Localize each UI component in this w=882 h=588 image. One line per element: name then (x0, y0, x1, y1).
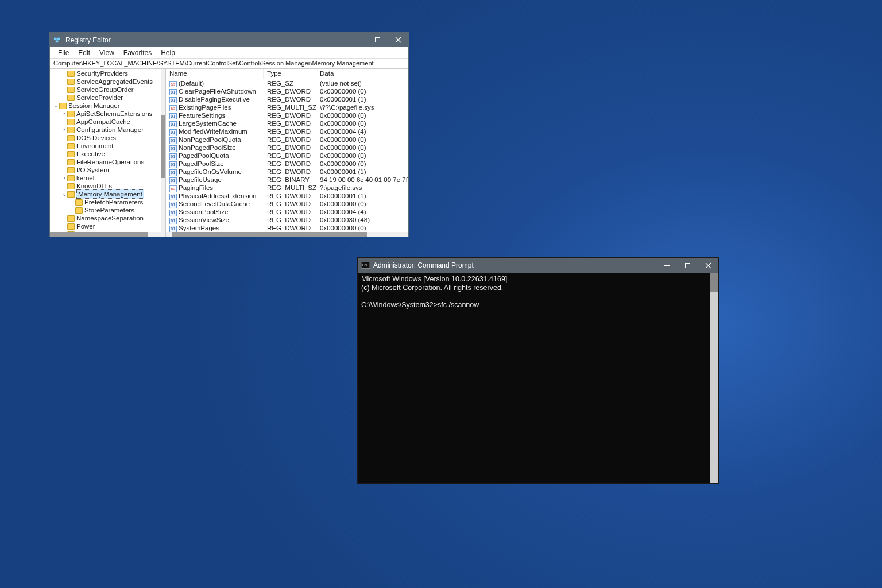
tree-item[interactable]: ServiceAggregatedEvents (50, 78, 165, 86)
registry-value-row[interactable]: SessionViewSizeREG_DWORD0x00000030 (48) (166, 216, 408, 224)
tree-item[interactable]: ›kernel (50, 174, 165, 182)
registry-value-row[interactable]: (Default)REG_SZ(value not set) (166, 79, 408, 87)
tree-item-label: kernel (76, 174, 94, 182)
tree-item[interactable]: ›ApiSetSchemaExtensions (50, 110, 165, 118)
values-horizontal-scrollbar[interactable] (166, 232, 408, 237)
registry-value-row[interactable]: PagedPoolSizeREG_DWORD0x00000000 (0) (166, 160, 408, 168)
column-type[interactable]: Type (264, 69, 316, 79)
value-data: 0x00000000 (0) (316, 200, 408, 208)
value-data: 0x00000000 (0) (316, 224, 408, 232)
registry-value-row[interactable]: FeatureSettingsREG_DWORD0x00000000 (0) (166, 111, 408, 119)
tree-item-label: SecurityProviders (76, 69, 128, 78)
tree-item[interactable]: FileRenameOperations (50, 158, 165, 166)
value-name: SessionPoolSize (166, 208, 264, 216)
value-name: PagedPoolQuota (166, 152, 264, 160)
binary-value-icon (169, 113, 177, 119)
tree-item[interactable]: ServiceGroupOrder (50, 86, 165, 94)
maximize-button[interactable] (677, 258, 698, 273)
folder-icon (67, 223, 75, 230)
value-type: REG_BINARY (264, 176, 316, 184)
folder-icon (67, 175, 75, 181)
menu-help[interactable]: Help (156, 49, 180, 57)
tree-item[interactable]: ›Configuration Manager (50, 126, 165, 134)
minimize-button[interactable] (656, 258, 677, 273)
tree-item[interactable]: KnownDLLs (50, 182, 165, 190)
minimize-button[interactable] (346, 33, 367, 47)
cmd-vertical-scrollbar[interactable] (710, 273, 718, 483)
value-type: REG_DWORD (264, 152, 316, 160)
close-button[interactable] (388, 33, 408, 47)
tree-item[interactable]: I/O System (50, 166, 165, 174)
registry-value-row[interactable]: PagedPoolQuotaREG_DWORD0x00000000 (0) (166, 152, 408, 160)
folder-icon (67, 111, 75, 117)
tree-item[interactable]: DOS Devices (50, 134, 165, 142)
tree-item[interactable]: Power (50, 222, 165, 230)
menu-view[interactable]: View (95, 49, 119, 57)
cmd-titlebar[interactable]: C:\ Administrator: Command Prompt (358, 258, 718, 273)
expand-icon[interactable]: › (61, 174, 67, 182)
folder-icon (75, 207, 83, 214)
regedit-tree-panel[interactable]: SecurityProvidersServiceAggregatedEvents… (50, 69, 166, 237)
tree-item-label: DOS Devices (76, 134, 116, 142)
registry-value-row[interactable]: NonPagedPoolSizeREG_DWORD0x00000000 (0) (166, 144, 408, 152)
menu-edit[interactable]: Edit (74, 49, 95, 57)
value-data: 0x00000030 (48) (316, 216, 408, 224)
expand-icon[interactable]: › (61, 126, 67, 134)
value-data: 94 19 00 00 6c 40 01 00 7e 7f 01 00 (316, 176, 408, 184)
svg-text:C:\: C:\ (362, 263, 368, 267)
tree-item[interactable]: NamespaceSeparation (50, 214, 165, 222)
value-name: FeatureSettings (166, 111, 264, 119)
column-name[interactable]: Name (166, 69, 264, 79)
tree-item[interactable]: StoreParameters (50, 206, 165, 214)
registry-value-row[interactable]: ModifiedWriteMaximumREG_DWORD0x00000004 … (166, 127, 408, 136)
tree-item[interactable]: ⌄Memory Management (50, 190, 165, 198)
regedit-values-panel[interactable]: Name Type Data (Default)REG_SZ(value not… (166, 69, 408, 237)
tree-horizontal-scrollbar[interactable] (50, 232, 165, 237)
tree-item[interactable]: PrefetchParameters (50, 198, 165, 206)
close-button[interactable] (698, 258, 718, 273)
expand-icon[interactable]: › (61, 110, 67, 118)
maximize-button[interactable] (367, 33, 388, 47)
value-name: ClearPageFileAtShutdown (166, 87, 264, 95)
registry-value-row[interactable]: SessionPoolSizeREG_DWORD0x00000004 (4) (166, 208, 408, 216)
registry-value-row[interactable]: PagefileOnOsVolumeREG_DWORD0x00000001 (1… (166, 168, 408, 176)
regedit-address-bar[interactable]: Computer\HKEY_LOCAL_MACHINE\SYSTEM\Curre… (50, 59, 408, 69)
folder-icon (59, 103, 67, 109)
registry-value-row[interactable]: SystemPagesREG_DWORD0x00000000 (0) (166, 224, 408, 232)
registry-value-row[interactable]: PhysicalAddressExtensionREG_DWORD0x00000… (166, 192, 408, 200)
value-name: PagingFiles (166, 184, 264, 192)
cmd-terminal-body[interactable]: Microsoft Windows [Version 10.0.22631.41… (358, 273, 718, 483)
tree-vertical-scrollbar[interactable] (161, 69, 165, 232)
expand-icon[interactable]: ⌄ (53, 102, 59, 110)
registry-value-row[interactable]: ExistingPageFilesREG_MULTI_SZ\??\C:\page… (166, 103, 408, 111)
expand-icon[interactable]: ⌄ (61, 190, 67, 198)
binary-value-icon (169, 153, 177, 160)
tree-item-label: Session Manager (68, 102, 120, 110)
value-name: PhysicalAddressExtension (166, 192, 264, 200)
registry-value-row[interactable]: DisablePagingExecutiveREG_DWORD0x0000000… (166, 95, 408, 103)
tree-item-label: FileRenameOperations (76, 158, 144, 166)
regedit-titlebar[interactable]: Registry Editor (50, 33, 408, 47)
registry-value-row[interactable]: SecondLevelDataCacheREG_DWORD0x00000000 … (166, 200, 408, 208)
tree-item[interactable]: ⌄Session Manager (50, 102, 165, 110)
binary-value-icon (169, 145, 177, 152)
tree-item[interactable]: SecurityProviders (50, 69, 165, 78)
tree-item[interactable]: Executive (50, 150, 165, 158)
column-data[interactable]: Data (316, 69, 408, 79)
svg-rect-1 (57, 38, 60, 40)
registry-value-row[interactable]: NonPagedPoolQuotaREG_DWORD0x00000000 (0) (166, 136, 408, 144)
registry-value-row[interactable]: ClearPageFileAtShutdownREG_DWORD0x000000… (166, 87, 408, 95)
tree-item[interactable]: Environment (50, 142, 165, 150)
tree-item-label: NamespaceSeparation (76, 214, 144, 222)
menu-favorites[interactable]: Favorites (119, 49, 156, 57)
tree-item[interactable]: ServiceProvider (50, 94, 165, 102)
menu-file[interactable]: File (53, 49, 74, 57)
value-data: 0x00000004 (4) (316, 208, 408, 216)
registry-value-row[interactable]: PagefileUsageREG_BINARY94 19 00 00 6c 40… (166, 176, 408, 184)
binary-value-icon (169, 137, 177, 144)
registry-value-row[interactable]: PagingFilesREG_MULTI_SZ?:\pagefile.sys (166, 184, 408, 192)
tree-item-label: StoreParameters (84, 206, 134, 214)
tree-item[interactable]: AppCompatCache (50, 118, 165, 126)
registry-value-row[interactable]: LargeSystemCacheREG_DWORD0x00000000 (0) (166, 119, 408, 127)
value-type: REG_MULTI_SZ (264, 184, 316, 192)
